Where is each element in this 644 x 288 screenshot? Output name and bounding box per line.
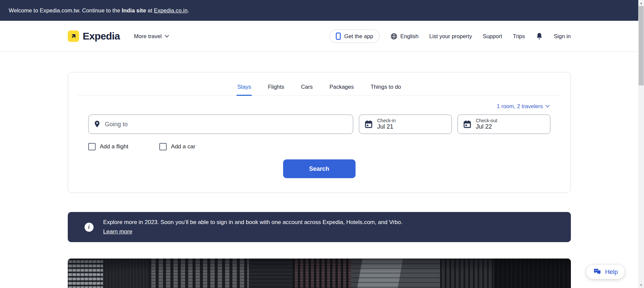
city-photo bbox=[68, 259, 571, 288]
globe-icon bbox=[390, 33, 397, 40]
destination-input[interactable] bbox=[105, 121, 348, 128]
banner-connector: at bbox=[146, 7, 154, 13]
check-out-text: Check-out Jul 22 bbox=[476, 118, 497, 131]
sign-in-button[interactable]: Sign in bbox=[554, 33, 571, 40]
search-button[interactable]: Search bbox=[283, 159, 356, 178]
location-pin-icon bbox=[94, 120, 101, 129]
photo-shade bbox=[68, 259, 571, 288]
notifications-button[interactable] bbox=[536, 32, 543, 40]
expedia-logo[interactable]: Expedia bbox=[68, 30, 120, 42]
language-label: English bbox=[400, 33, 419, 40]
trips-link[interactable]: Trips bbox=[513, 33, 525, 40]
chat-bubbles-icon bbox=[593, 268, 602, 276]
one-key-notice: i Explore more in 2023. Soon you’ll be a… bbox=[68, 212, 571, 242]
check-in-value: Jul 21 bbox=[377, 123, 396, 131]
check-out-label: Check-out bbox=[476, 118, 497, 123]
more-travel-label: More travel bbox=[134, 33, 162, 40]
chevron-down-icon bbox=[545, 105, 550, 108]
scroll-down-arrow[interactable]: ▼ bbox=[638, 282, 644, 288]
header-nav: Get the app English List your property S… bbox=[329, 29, 571, 43]
tab-packages[interactable]: Packages bbox=[329, 84, 354, 95]
calendar-icon bbox=[364, 120, 373, 129]
learn-more-link[interactable]: Learn more bbox=[103, 228, 132, 235]
search-tabs: Stays Flights Cars Packages Things to do bbox=[77, 72, 561, 95]
search-options: Add a flight Add a car bbox=[68, 134, 571, 150]
scroll-up-arrow[interactable]: ▲ bbox=[638, 0, 644, 6]
add-car-label: Add a car bbox=[171, 143, 196, 150]
add-flight-checkbox[interactable] bbox=[88, 143, 96, 150]
banner-india-site: India site bbox=[122, 7, 146, 13]
scrollbar[interactable]: ▲ ▼ bbox=[638, 0, 644, 288]
up-right-arrow-icon bbox=[70, 33, 77, 40]
scrollbar-thumb[interactable] bbox=[639, 6, 644, 85]
add-flight-option[interactable]: Add a flight bbox=[88, 143, 128, 150]
notice-body: Explore more in 2023. Soon you’ll be abl… bbox=[103, 218, 402, 236]
add-car-checkbox[interactable] bbox=[159, 143, 167, 150]
add-flight-label: Add a flight bbox=[100, 143, 128, 150]
help-button[interactable]: Help bbox=[586, 265, 625, 279]
check-in-text: Check-in Jul 21 bbox=[377, 118, 396, 131]
destination-field[interactable] bbox=[88, 115, 353, 134]
calendar-icon bbox=[463, 120, 472, 129]
banner-suffix: . bbox=[187, 7, 189, 13]
add-car-option[interactable]: Add a car bbox=[159, 143, 196, 150]
travelers-row: 1 room, 2 travelers bbox=[68, 95, 571, 110]
travelers-selector[interactable]: 1 room, 2 travelers bbox=[497, 103, 550, 110]
phone-icon bbox=[336, 32, 341, 40]
tab-flights[interactable]: Flights bbox=[267, 84, 285, 95]
chevron-down-icon bbox=[165, 35, 169, 38]
header: Expedia More travel Get the app bbox=[0, 21, 638, 52]
help-label: Help bbox=[605, 268, 618, 276]
support-link[interactable]: Support bbox=[483, 33, 502, 40]
list-your-property-link[interactable]: List your property bbox=[429, 33, 472, 40]
get-the-app-label: Get the app bbox=[344, 33, 373, 40]
tab-cars[interactable]: Cars bbox=[300, 84, 313, 95]
search-card: Stays Flights Cars Packages Things to do… bbox=[68, 72, 571, 193]
expedia-logo-icon bbox=[68, 30, 79, 42]
language-button[interactable]: English bbox=[390, 33, 419, 40]
banner-region-link[interactable]: Expedia.co.in bbox=[154, 7, 187, 13]
info-icon: i bbox=[85, 223, 94, 232]
travelers-summary: 1 room, 2 travelers bbox=[497, 103, 543, 110]
more-travel-menu[interactable]: More travel bbox=[134, 33, 169, 40]
tab-things-to-do[interactable]: Things to do bbox=[370, 84, 402, 95]
banner-prefix: Welcome to Expedia.com.tw. Continue to t… bbox=[9, 7, 122, 13]
brand-name: Expedia bbox=[83, 30, 120, 42]
check-in-field[interactable]: Check-in Jul 21 bbox=[359, 115, 452, 134]
search-row: Search bbox=[68, 159, 571, 178]
notice-message: Explore more in 2023. Soon you’ll be abl… bbox=[103, 218, 402, 227]
page: Welcome to Expedia.com.tw. Continue to t… bbox=[0, 0, 638, 288]
search-fields: Check-in Jul 21 Check-out Jul 22 bbox=[68, 110, 571, 134]
check-out-field[interactable]: Check-out Jul 22 bbox=[458, 115, 550, 134]
bell-icon bbox=[536, 32, 543, 40]
banner-text: Welcome to Expedia.com.tw. Continue to t… bbox=[9, 7, 189, 14]
check-out-value: Jul 22 bbox=[476, 123, 497, 131]
tab-stays[interactable]: Stays bbox=[236, 84, 252, 95]
region-banner: Welcome to Expedia.com.tw. Continue to t… bbox=[0, 0, 638, 21]
get-the-app-button[interactable]: Get the app bbox=[329, 29, 379, 43]
check-in-label: Check-in bbox=[377, 118, 396, 123]
